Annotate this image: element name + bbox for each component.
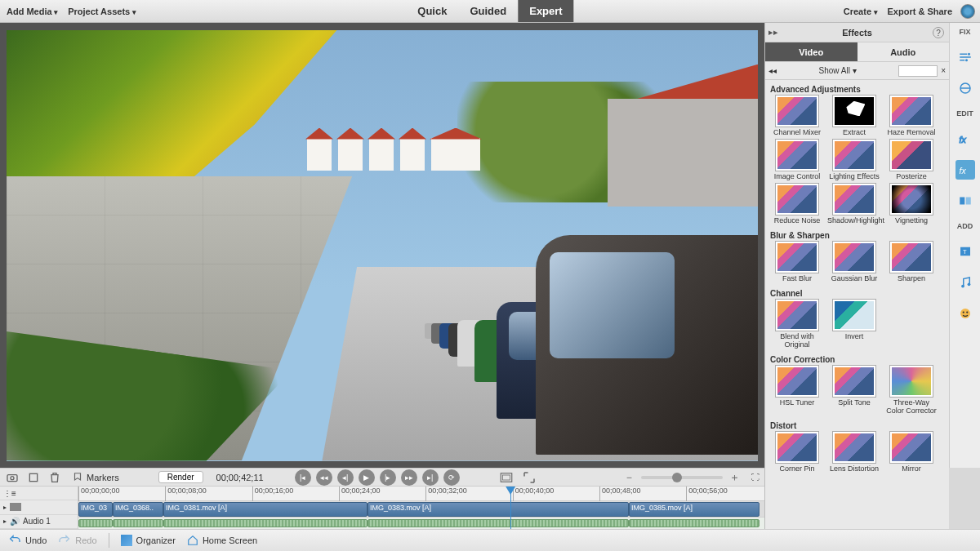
settings-gear-icon[interactable] bbox=[960, 4, 975, 19]
adjust-sliders-icon[interactable] bbox=[956, 47, 975, 67]
zoom-out-icon[interactable]: － bbox=[624, 470, 635, 485]
fx-filled-icon[interactable]: fx bbox=[956, 160, 975, 180]
effects-tab-audio[interactable]: Audio bbox=[858, 42, 950, 62]
titles-icon[interactable]: T bbox=[956, 242, 975, 261]
effect-item[interactable]: Three-Way Color Corrector bbox=[884, 366, 938, 415]
effect-label: Vignetting bbox=[884, 216, 938, 224]
effect-item[interactable]: Mirror bbox=[884, 432, 938, 473]
svg-rect-18 bbox=[502, 475, 510, 480]
effects-search-input[interactable] bbox=[898, 65, 938, 77]
tab-guided[interactable]: Guided bbox=[458, 0, 518, 22]
effect-item[interactable]: Shadow/Highlight bbox=[827, 184, 881, 224]
step-fwd-button[interactable]: |▸ bbox=[380, 469, 396, 486]
effect-item[interactable]: Haze Removal bbox=[884, 96, 938, 136]
zoom-in-icon[interactable]: ＋ bbox=[729, 470, 740, 485]
effect-item[interactable]: Split Tone bbox=[827, 366, 881, 415]
effect-item[interactable]: Lens Distortion bbox=[827, 432, 881, 473]
effect-item[interactable]: Blend with Original bbox=[770, 300, 824, 349]
fit-icon[interactable]: ⛶ bbox=[751, 473, 760, 482]
color-icon[interactable] bbox=[956, 78, 975, 98]
effect-item[interactable]: Extract bbox=[827, 96, 881, 136]
goto-end-button[interactable]: ▸| bbox=[422, 469, 439, 486]
effect-thumbnail bbox=[890, 432, 933, 463]
timeline-audio-clip[interactable] bbox=[163, 519, 368, 527]
nav-back-icon[interactable]: ◂◂ bbox=[768, 66, 777, 75]
effect-thumbnail bbox=[776, 140, 818, 171]
undo-button[interactable]: Undo bbox=[8, 534, 47, 547]
effect-label: Three-Way Color Corrector bbox=[884, 398, 938, 415]
audio-track-header[interactable]: ▸🔊Audio 1 bbox=[0, 515, 78, 529]
video-preview[interactable] bbox=[7, 30, 758, 461]
safe-margins-icon[interactable] bbox=[499, 470, 514, 485]
effect-thumbnail bbox=[776, 366, 818, 397]
graphics-icon[interactable] bbox=[956, 304, 975, 323]
rewind-button[interactable]: ◂◂ bbox=[316, 469, 332, 486]
effect-item[interactable]: Lighting Effects bbox=[827, 140, 881, 180]
timeline-clip[interactable]: IMG_0368.. bbox=[113, 502, 163, 517]
help-icon[interactable]: ? bbox=[933, 27, 944, 38]
organizer-button[interactable]: Organizer bbox=[121, 535, 176, 546]
effects-section-title: Blur & Sharpen bbox=[770, 228, 947, 242]
timeline-tracks-area[interactable]: 00;00;00;0000;00;08;0000;00;16;0000;00;2… bbox=[78, 487, 764, 529]
ruler-tick: 00;00;56;00 bbox=[686, 487, 728, 501]
timeline-audio-clip[interactable] bbox=[629, 519, 760, 527]
organizer-label: Organizer bbox=[136, 535, 176, 545]
top-menu-bar: Add Media Project Assets Quick Guided Ex… bbox=[0, 0, 980, 23]
effect-item[interactable]: Invert bbox=[827, 300, 881, 349]
effect-item[interactable]: HSL Tuner bbox=[770, 366, 824, 415]
render-button[interactable]: Render bbox=[158, 471, 203, 483]
redo-button[interactable]: Redo bbox=[58, 534, 96, 547]
project-assets-menu[interactable]: Project Assets bbox=[68, 7, 136, 16]
fullscreen-icon[interactable] bbox=[522, 470, 537, 485]
effect-item[interactable]: Channel Mixer bbox=[770, 96, 824, 136]
tab-quick[interactable]: Quick bbox=[406, 0, 458, 22]
effect-item[interactable]: Corner Pin bbox=[770, 432, 824, 473]
fx-outline-icon[interactable]: fx bbox=[956, 129, 975, 149]
bottom-status-bar: Undo Redo Organizer Home Screen bbox=[0, 529, 980, 551]
goto-start-button[interactable]: |◂ bbox=[295, 469, 311, 486]
timeline-audio-clip[interactable] bbox=[368, 519, 629, 527]
play-button[interactable]: ▶ bbox=[359, 469, 375, 486]
rail-label-add: ADD bbox=[957, 222, 973, 230]
effects-tab-video[interactable]: Video bbox=[765, 42, 858, 62]
panel-collapse-icon[interactable]: ▸▸ bbox=[768, 27, 778, 38]
search-icon[interactable]: × bbox=[941, 66, 946, 75]
loop-button[interactable]: ⟳ bbox=[443, 469, 460, 486]
timeline-audio-clip[interactable] bbox=[113, 519, 163, 527]
video-track-header[interactable]: ▸ bbox=[0, 500, 78, 514]
playhead[interactable] bbox=[510, 487, 511, 529]
tools-icon[interactable] bbox=[26, 470, 41, 485]
effect-item[interactable]: Gaussian Blur bbox=[827, 242, 881, 282]
timecode-display[interactable]: 00;00;42;11 bbox=[216, 473, 264, 482]
timeline-clip[interactable]: IMG_0383.mov [A] bbox=[368, 502, 629, 517]
music-icon[interactable] bbox=[956, 273, 975, 292]
effect-item[interactable]: Reduce Noise bbox=[770, 184, 824, 224]
effect-item[interactable]: Fast Blur bbox=[770, 242, 824, 282]
trash-icon[interactable] bbox=[47, 470, 62, 485]
tab-expert[interactable]: Expert bbox=[518, 0, 573, 22]
transitions-icon[interactable] bbox=[956, 191, 975, 211]
timeline-clip[interactable]: IMG_03 bbox=[78, 502, 113, 517]
effect-item[interactable]: Posterize bbox=[884, 140, 938, 180]
fast-fwd-button[interactable]: ▸▸ bbox=[401, 469, 417, 486]
timeline-clip[interactable]: IMG_0381.mov [A] bbox=[163, 502, 368, 517]
add-media-menu[interactable]: Add Media bbox=[7, 7, 58, 16]
effects-scroll-area[interactable]: Advanced AdjustmentsChannel MixerExtract… bbox=[765, 80, 949, 529]
timeline-clip[interactable]: IMG_0385.mov [A] bbox=[629, 502, 760, 517]
audio-track[interactable] bbox=[78, 518, 764, 529]
timeline-audio-clip[interactable] bbox=[78, 519, 113, 527]
export-share-button[interactable]: Export & Share bbox=[888, 7, 952, 16]
effect-item[interactable]: Image Control bbox=[770, 140, 824, 180]
effect-item[interactable]: Vignetting bbox=[884, 184, 938, 224]
video-track[interactable]: IMG_03IMG_0368..IMG_0381.mov [A]IMG_0383… bbox=[78, 501, 764, 518]
markers-button[interactable]: Markers bbox=[72, 472, 119, 483]
zoom-slider[interactable] bbox=[641, 476, 723, 479]
step-back-button[interactable]: ◂| bbox=[337, 469, 354, 486]
effects-category-dropdown[interactable]: Show All ▾ bbox=[780, 66, 895, 75]
snapshot-icon[interactable] bbox=[5, 470, 20, 485]
create-menu[interactable]: Create bbox=[844, 7, 878, 16]
effect-item[interactable]: Sharpen bbox=[884, 242, 938, 282]
home-screen-button[interactable]: Home Screen bbox=[187, 535, 257, 546]
timeline-options-icon[interactable]: ⋮≡ bbox=[0, 487, 78, 500]
timeline-ruler[interactable]: 00;00;00;0000;00;08;0000;00;16;0000;00;2… bbox=[78, 487, 764, 501]
